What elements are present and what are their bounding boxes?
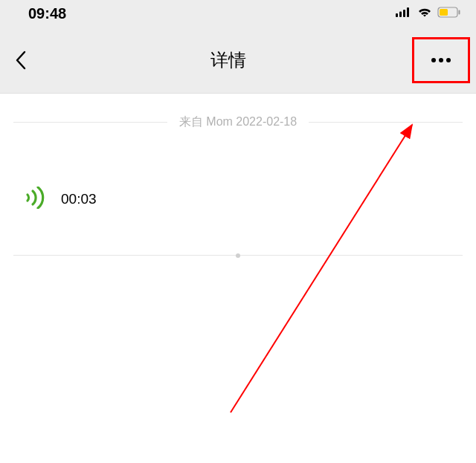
back-button[interactable] [15,50,45,71]
battery-icon [437,7,461,21]
wifi-icon [416,6,433,21]
source-prefix: 来自 [179,115,206,128]
svg-rect-6 [459,10,460,14]
source-name: Mom [206,115,233,128]
divider-right [309,122,463,123]
status-time: 09:48 [28,5,66,22]
divider-dot [236,253,240,258]
svg-point-8 [439,58,443,62]
status-icons [396,6,461,21]
source-date: 2022-02-18 [236,115,297,128]
cellular-icon [396,7,412,20]
page-title: 详情 [45,48,412,72]
voice-message[interactable]: 00:03 [13,161,463,237]
detail-content: 来自 Mom 2022-02-18 00:03 [0,94,476,271]
svg-rect-2 [403,10,405,17]
svg-rect-5 [440,9,448,16]
section-divider [13,255,463,256]
svg-point-9 [446,58,451,62]
source-text: 来自 Mom 2022-02-18 [179,114,297,130]
svg-rect-3 [407,7,409,17]
more-button[interactable] [412,37,470,83]
svg-rect-1 [399,12,402,18]
status-bar: 09:48 [0,0,476,27]
svg-rect-0 [396,13,398,17]
voice-duration: 00:03 [61,191,97,207]
source-line: 来自 Mom 2022-02-18 [13,114,463,130]
svg-point-7 [431,58,436,62]
navigation-bar: 详情 [0,27,476,94]
ellipsis-icon [431,57,451,63]
voice-play-icon [24,187,48,212]
chevron-left-icon [15,50,27,71]
divider-left [13,122,167,123]
